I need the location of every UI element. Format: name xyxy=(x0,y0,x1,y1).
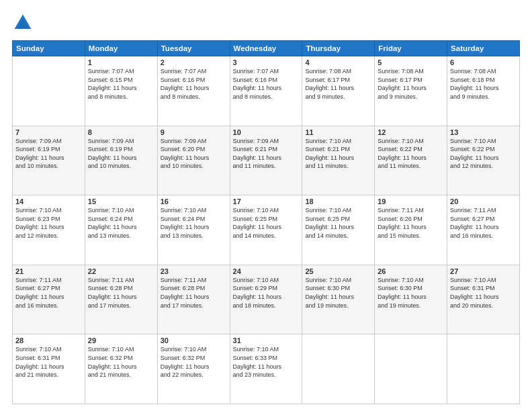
day-number: 22 xyxy=(88,267,154,275)
weekday-header: Monday xyxy=(85,41,157,56)
day-info: Sunrise: 7:10 AM Sunset: 6:25 PM Dayligh… xyxy=(305,206,371,240)
day-info: Sunrise: 7:10 AM Sunset: 6:33 PM Dayligh… xyxy=(233,345,300,379)
day-number: 25 xyxy=(305,267,371,275)
logo-icon xyxy=(12,12,34,34)
day-number: 29 xyxy=(88,336,154,345)
day-number: 1 xyxy=(88,58,154,66)
day-number: 27 xyxy=(450,267,517,275)
day-info: Sunrise: 7:10 AM Sunset: 6:23 PM Dayligh… xyxy=(15,206,82,240)
day-info: Sunrise: 7:09 AM Sunset: 6:21 PM Dayligh… xyxy=(233,137,300,171)
calendar-cell: 19Sunrise: 7:11 AM Sunset: 6:26 PM Dayli… xyxy=(375,195,447,265)
calendar-cell: 9Sunrise: 7:09 AM Sunset: 6:20 PM Daylig… xyxy=(157,126,230,195)
calendar-cell: 17Sunrise: 7:10 AM Sunset: 6:25 PM Dayli… xyxy=(230,195,302,265)
day-number: 21 xyxy=(15,267,82,275)
day-number: 6 xyxy=(450,58,517,66)
calendar-cell: 13Sunrise: 7:10 AM Sunset: 6:22 PM Dayli… xyxy=(447,126,520,195)
day-number: 13 xyxy=(450,128,517,136)
day-number: 23 xyxy=(161,267,227,275)
day-number: 11 xyxy=(305,128,371,136)
day-info: Sunrise: 7:08 AM Sunset: 6:17 PM Dayligh… xyxy=(378,67,444,101)
day-number: 15 xyxy=(88,197,154,205)
calendar-cell: 7Sunrise: 7:09 AM Sunset: 6:19 PM Daylig… xyxy=(13,126,85,195)
logo xyxy=(12,12,36,34)
calendar-week-row: 21Sunrise: 7:11 AM Sunset: 6:27 PM Dayli… xyxy=(13,265,520,334)
calendar-cell: 12Sunrise: 7:10 AM Sunset: 6:22 PM Dayli… xyxy=(375,126,447,195)
weekday-header: Tuesday xyxy=(157,41,230,56)
calendar-cell: 14Sunrise: 7:10 AM Sunset: 6:23 PM Dayli… xyxy=(13,195,85,265)
calendar-cell: 2Sunrise: 7:07 AM Sunset: 6:16 PM Daylig… xyxy=(157,56,230,126)
day-number: 30 xyxy=(161,336,227,345)
header xyxy=(12,12,520,34)
calendar-cell xyxy=(375,334,447,404)
day-number: 2 xyxy=(161,58,227,66)
day-number: 31 xyxy=(233,336,300,345)
calendar-week-row: 1Sunrise: 7:07 AM Sunset: 6:15 PM Daylig… xyxy=(13,56,520,126)
day-number: 20 xyxy=(450,197,517,205)
calendar-cell: 6Sunrise: 7:08 AM Sunset: 6:18 PM Daylig… xyxy=(447,56,520,126)
day-number: 7 xyxy=(15,128,82,136)
day-number: 16 xyxy=(161,197,227,205)
calendar-cell: 23Sunrise: 7:11 AM Sunset: 6:28 PM Dayli… xyxy=(157,265,230,334)
day-number: 17 xyxy=(233,197,300,205)
day-number: 18 xyxy=(305,197,371,205)
calendar-cell: 31Sunrise: 7:10 AM Sunset: 6:33 PM Dayli… xyxy=(230,334,302,404)
calendar-week-row: 28Sunrise: 7:10 AM Sunset: 6:31 PM Dayli… xyxy=(13,334,520,404)
day-number: 10 xyxy=(233,128,300,136)
calendar-cell: 10Sunrise: 7:09 AM Sunset: 6:21 PM Dayli… xyxy=(230,126,302,195)
weekday-header: Wednesday xyxy=(230,41,302,56)
day-number: 8 xyxy=(88,128,154,136)
weekday-header: Saturday xyxy=(447,41,520,56)
calendar-cell: 20Sunrise: 7:11 AM Sunset: 6:27 PM Dayli… xyxy=(447,195,520,265)
day-number: 19 xyxy=(378,197,444,205)
calendar-cell: 25Sunrise: 7:10 AM Sunset: 6:30 PM Dayli… xyxy=(302,265,375,334)
calendar-cell: 5Sunrise: 7:08 AM Sunset: 6:17 PM Daylig… xyxy=(375,56,447,126)
calendar-cell: 26Sunrise: 7:10 AM Sunset: 6:30 PM Dayli… xyxy=(375,265,447,334)
calendar-cell: 3Sunrise: 7:07 AM Sunset: 6:16 PM Daylig… xyxy=(230,56,302,126)
day-info: Sunrise: 7:07 AM Sunset: 6:15 PM Dayligh… xyxy=(88,67,154,101)
day-info: Sunrise: 7:07 AM Sunset: 6:16 PM Dayligh… xyxy=(161,67,227,101)
weekday-header: Thursday xyxy=(302,41,375,56)
day-info: Sunrise: 7:09 AM Sunset: 6:19 PM Dayligh… xyxy=(88,137,154,171)
day-info: Sunrise: 7:10 AM Sunset: 6:31 PM Dayligh… xyxy=(15,345,82,379)
day-info: Sunrise: 7:10 AM Sunset: 6:21 PM Dayligh… xyxy=(305,137,371,171)
day-info: Sunrise: 7:10 AM Sunset: 6:31 PM Dayligh… xyxy=(450,276,517,310)
day-info: Sunrise: 7:10 AM Sunset: 6:32 PM Dayligh… xyxy=(161,345,227,379)
day-info: Sunrise: 7:10 AM Sunset: 6:32 PM Dayligh… xyxy=(88,345,154,379)
calendar-cell: 15Sunrise: 7:10 AM Sunset: 6:24 PM Dayli… xyxy=(85,195,157,265)
day-info: Sunrise: 7:11 AM Sunset: 6:27 PM Dayligh… xyxy=(450,206,517,240)
day-info: Sunrise: 7:11 AM Sunset: 6:28 PM Dayligh… xyxy=(88,276,154,310)
day-info: Sunrise: 7:10 AM Sunset: 6:22 PM Dayligh… xyxy=(450,137,517,171)
page: SundayMondayTuesdayWednesdayThursdayFrid… xyxy=(0,0,532,411)
day-info: Sunrise: 7:10 AM Sunset: 6:30 PM Dayligh… xyxy=(378,276,444,310)
day-number: 14 xyxy=(15,197,82,205)
calendar-cell: 16Sunrise: 7:10 AM Sunset: 6:24 PM Dayli… xyxy=(157,195,230,265)
day-number: 12 xyxy=(378,128,444,136)
day-info: Sunrise: 7:10 AM Sunset: 6:24 PM Dayligh… xyxy=(161,206,227,240)
day-info: Sunrise: 7:10 AM Sunset: 6:29 PM Dayligh… xyxy=(233,276,300,310)
calendar-cell xyxy=(447,334,520,404)
day-number: 9 xyxy=(161,128,227,136)
day-info: Sunrise: 7:11 AM Sunset: 6:26 PM Dayligh… xyxy=(378,206,444,240)
day-number: 26 xyxy=(378,267,444,275)
day-info: Sunrise: 7:10 AM Sunset: 6:25 PM Dayligh… xyxy=(233,206,300,240)
day-number: 28 xyxy=(15,336,82,345)
calendar-cell xyxy=(302,334,375,404)
day-info: Sunrise: 7:10 AM Sunset: 6:30 PM Dayligh… xyxy=(305,276,371,310)
weekday-header: Friday xyxy=(375,41,447,56)
day-info: Sunrise: 7:07 AM Sunset: 6:16 PM Dayligh… xyxy=(233,67,300,101)
day-number: 5 xyxy=(378,58,444,66)
day-info: Sunrise: 7:09 AM Sunset: 6:19 PM Dayligh… xyxy=(15,137,82,171)
day-number: 4 xyxy=(305,58,371,66)
weekday-header: Sunday xyxy=(13,41,85,56)
calendar-header-row: SundayMondayTuesdayWednesdayThursdayFrid… xyxy=(13,41,520,56)
calendar-cell: 29Sunrise: 7:10 AM Sunset: 6:32 PM Dayli… xyxy=(85,334,157,404)
day-info: Sunrise: 7:08 AM Sunset: 6:18 PM Dayligh… xyxy=(450,67,517,101)
calendar-cell: 27Sunrise: 7:10 AM Sunset: 6:31 PM Dayli… xyxy=(447,265,520,334)
calendar-cell: 30Sunrise: 7:10 AM Sunset: 6:32 PM Dayli… xyxy=(157,334,230,404)
day-info: Sunrise: 7:10 AM Sunset: 6:24 PM Dayligh… xyxy=(88,206,154,240)
calendar-cell: 4Sunrise: 7:08 AM Sunset: 6:17 PM Daylig… xyxy=(302,56,375,126)
day-info: Sunrise: 7:08 AM Sunset: 6:17 PM Dayligh… xyxy=(305,67,371,101)
day-number: 24 xyxy=(233,267,300,275)
calendar-cell xyxy=(13,56,85,126)
day-info: Sunrise: 7:11 AM Sunset: 6:27 PM Dayligh… xyxy=(15,276,82,310)
